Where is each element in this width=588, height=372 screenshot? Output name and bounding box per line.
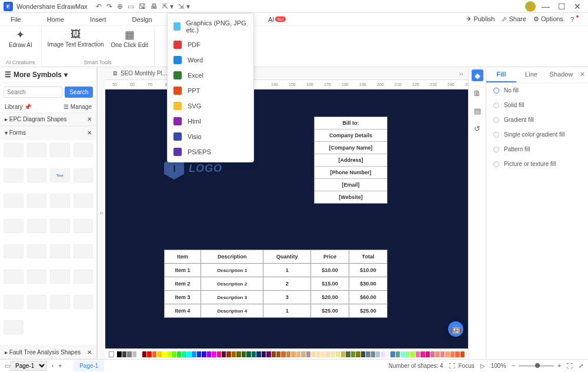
export-icon[interactable]: ⇱ ▾ [162, 2, 173, 11]
shape-thumb[interactable] [50, 295, 70, 309]
color-swatch[interactable] [256, 351, 260, 357]
color-swatch[interactable] [341, 351, 345, 357]
color-swatch[interactable] [167, 351, 171, 357]
fill-tab[interactable]: Fill [486, 67, 516, 82]
color-swatch[interactable] [306, 351, 310, 357]
color-swatch[interactable] [172, 351, 176, 357]
color-swatch[interactable] [336, 351, 340, 357]
user-avatar[interactable] [525, 1, 536, 12]
help-bubble-icon[interactable]: 🤖 [448, 321, 463, 337]
color-swatch[interactable] [147, 351, 151, 357]
library-label[interactable]: Library 📌 [5, 104, 31, 110]
color-swatch[interactable] [266, 351, 270, 357]
color-swatch[interactable] [246, 351, 250, 357]
manage-button[interactable]: ☰ Manage [64, 104, 92, 110]
fit-page-icon[interactable]: ⛶ [567, 363, 573, 369]
fill-picture[interactable]: Picture or texture fill [486, 157, 588, 171]
shape-thumb[interactable] [74, 194, 93, 208]
shape-thumb[interactable] [50, 244, 70, 258]
shape-thumb[interactable] [74, 219, 93, 233]
color-swatch[interactable] [316, 351, 320, 357]
color-swatch[interactable] [376, 351, 380, 357]
redo-icon[interactable]: ↷ [106, 2, 112, 11]
color-swatch[interactable] [182, 351, 186, 357]
color-swatch[interactable] [177, 351, 181, 357]
color-swatch[interactable] [222, 351, 226, 357]
shape-thumb[interactable] [4, 244, 24, 258]
color-swatch[interactable] [242, 351, 246, 357]
color-swatch[interactable] [435, 351, 439, 357]
open-icon[interactable]: ▭ [128, 2, 134, 11]
color-swatch[interactable] [262, 351, 266, 357]
color-swatch[interactable] [380, 351, 385, 357]
shape-thumb[interactable] [74, 168, 93, 182]
shape-thumb[interactable] [50, 270, 70, 284]
menu-home[interactable]: Home [47, 16, 64, 23]
help-icon[interactable]: ? [570, 16, 574, 23]
color-swatch[interactable] [127, 351, 131, 357]
color-swatch[interactable] [142, 351, 146, 357]
fill-nofill[interactable]: No fill [486, 83, 588, 98]
color-swatch[interactable] [455, 351, 459, 357]
section-forms[interactable]: ▾ Forms✕ [0, 126, 96, 140]
shape-thumb[interactable] [4, 320, 24, 334]
shape-thumb[interactable] [27, 219, 47, 233]
color-swatch[interactable] [207, 351, 211, 357]
color-swatch[interactable] [311, 351, 315, 357]
page-tab[interactable]: Page-1 [74, 360, 104, 371]
no-color-swatch[interactable] [109, 351, 114, 357]
minimize-icon[interactable]: — [542, 2, 550, 11]
export-pseps[interactable]: PS/EPS [168, 144, 253, 160]
close-section-icon[interactable]: ✕ [87, 116, 92, 122]
color-swatch[interactable] [152, 351, 156, 357]
shape-thumb[interactable] [4, 168, 24, 182]
undo-icon[interactable]: ↶ [96, 2, 102, 11]
close-panel-icon[interactable]: ✕ [576, 67, 588, 82]
shape-thumb[interactable] [50, 194, 70, 208]
export-excel[interactable]: Excel [168, 68, 253, 83]
share-button[interactable]: ⬀ Share [502, 15, 526, 23]
color-swatch[interactable] [346, 351, 350, 357]
shape-thumb[interactable] [50, 143, 70, 157]
page-nav-icon[interactable]: ▭ [5, 363, 10, 369]
color-swatch[interactable] [291, 351, 295, 357]
bill-to-table[interactable]: Bill to: Company Details [Company Name] … [314, 117, 387, 204]
canvas-area[interactable]: Bill to: Company Details [Company Name] … [105, 89, 468, 348]
shape-thumb[interactable] [74, 270, 93, 284]
close-section-icon[interactable]: ✕ [87, 129, 92, 136]
play-button[interactable]: ▷ [480, 363, 485, 369]
new-icon[interactable]: ⊕ [117, 2, 123, 11]
fill-single-gradient[interactable]: Single color gradient fill [486, 127, 588, 142]
color-swatch[interactable] [326, 351, 330, 357]
fill-pattern[interactable]: Pattern fill [486, 142, 588, 157]
shape-thumb[interactable] [4, 270, 24, 284]
color-swatch[interactable] [117, 351, 121, 357]
color-swatch[interactable] [386, 351, 390, 357]
zoom-slider[interactable] [519, 365, 554, 367]
export-ppt[interactable]: PPT [168, 83, 253, 98]
color-swatch[interactable] [217, 351, 221, 357]
color-swatch[interactable] [301, 351, 305, 357]
export-graphics[interactable]: Graphics (PNG, JPG etc.) [168, 16, 253, 37]
shadow-tab[interactable]: Shadow [546, 67, 576, 82]
shape-thumb[interactable] [27, 295, 47, 309]
collapse-left-panel[interactable]: ‹‹ [97, 67, 105, 359]
symbol-search-button[interactable]: Search [65, 87, 93, 98]
shape-thumb[interactable] [74, 143, 93, 157]
import-icon[interactable]: ⇲ ▾ [178, 2, 189, 11]
page-selector[interactable]: Page-1 [10, 361, 47, 371]
menu-design[interactable]: Design [132, 16, 152, 23]
color-swatch[interactable] [356, 351, 360, 357]
color-swatch[interactable] [197, 351, 201, 357]
color-swatch[interactable] [226, 351, 230, 357]
color-swatch[interactable] [450, 351, 455, 357]
page-prev-icon[interactable]: ‹ [52, 363, 54, 369]
zoom-out-icon[interactable]: − [512, 363, 515, 369]
one-click-edit-button[interactable]: ▦One Click Edit [111, 28, 148, 48]
fill-gradient[interactable]: Gradient fill [486, 112, 588, 127]
shape-thumb[interactable] [4, 295, 24, 309]
edraw-ai-button[interactable]: ✦Edraw AI [9, 28, 32, 48]
shape-thumb[interactable] [74, 244, 93, 258]
color-swatch[interactable] [202, 351, 206, 357]
export-visio[interactable]: Visio [168, 129, 253, 144]
